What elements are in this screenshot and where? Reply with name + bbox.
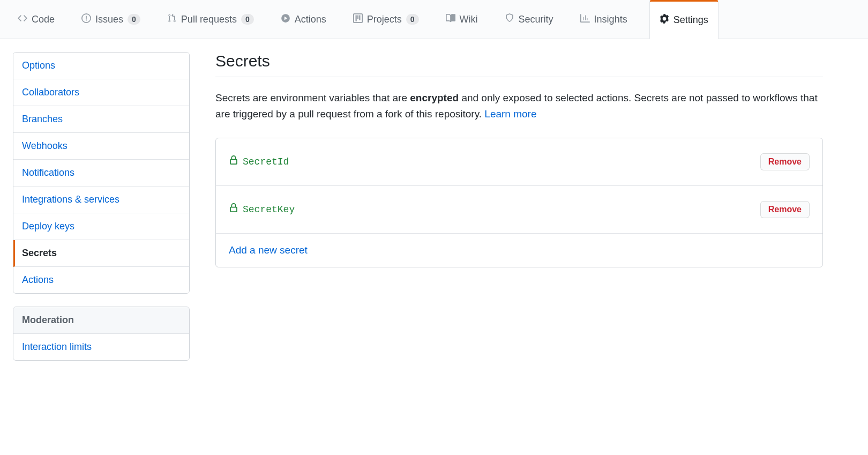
secret-row: SecretKey Remove xyxy=(216,186,822,234)
tab-insights[interactable]: Insights xyxy=(575,0,632,39)
tab-issues[interactable]: Issues0 xyxy=(77,0,145,39)
shield-icon xyxy=(505,13,514,26)
tab-code[interactable]: Code xyxy=(13,0,59,39)
count-badge: 0 xyxy=(406,14,419,25)
tab-wiki[interactable]: Wiki xyxy=(441,0,483,39)
sidebar-item-actions[interactable]: Actions xyxy=(13,267,189,293)
tab-projects[interactable]: Projects0 xyxy=(348,0,424,39)
sidebar-item-secrets[interactable]: Secrets xyxy=(13,240,189,267)
code-icon xyxy=(18,13,27,26)
pr-icon xyxy=(167,13,177,26)
sidebar-item-collaborators[interactable]: Collaborators xyxy=(13,79,189,106)
tab-security[interactable]: Security xyxy=(500,0,558,39)
secret-name: SecretKey xyxy=(229,203,295,215)
sidebar-item-options[interactable]: Options xyxy=(13,53,189,79)
sidebar-item-interaction-limits[interactable]: Interaction limits xyxy=(13,334,189,360)
sidebar-item-branches[interactable]: Branches xyxy=(13,106,189,133)
count-badge: 0 xyxy=(241,14,254,25)
sidebar-item-deploy-keys[interactable]: Deploy keys xyxy=(13,213,189,240)
remove-secret-button[interactable]: Remove xyxy=(760,153,810,170)
add-secret-row: Add a new secret xyxy=(216,234,822,267)
repo-nav: CodeIssues0Pull requests0ActionsProjects… xyxy=(0,0,868,39)
page-title: Secrets xyxy=(215,52,823,77)
add-secret-link[interactable]: Add a new secret xyxy=(229,244,308,256)
remove-secret-button[interactable]: Remove xyxy=(760,201,810,218)
lock-icon xyxy=(229,203,238,215)
gear-icon xyxy=(660,14,669,26)
tab-actions[interactable]: Actions xyxy=(276,0,331,39)
secrets-description: Secrets are environment variables that a… xyxy=(215,90,823,123)
wiki-icon xyxy=(446,13,455,26)
main-content: Secrets Secrets are environment variable… xyxy=(215,52,823,374)
learn-more-link[interactable]: Learn more xyxy=(484,108,536,120)
moderation-menu: ModerationInteraction limits xyxy=(13,307,190,361)
secrets-list: SecretId Remove SecretKey Remove Add a n… xyxy=(215,138,823,267)
sidebar-item-notifications[interactable]: Notifications xyxy=(13,160,189,187)
settings-sidebar: OptionsCollaboratorsBranchesWebhooksNoti… xyxy=(13,52,190,374)
graph-icon xyxy=(580,13,590,26)
count-badge: 0 xyxy=(128,14,140,25)
lock-icon xyxy=(229,155,238,168)
tab-pull-requests[interactable]: Pull requests0 xyxy=(162,0,259,39)
sidebar-item-integrations-services[interactable]: Integrations & services xyxy=(13,187,189,213)
tab-settings[interactable]: Settings xyxy=(649,0,719,39)
issue-icon xyxy=(81,13,91,26)
settings-menu: OptionsCollaboratorsBranchesWebhooksNoti… xyxy=(13,52,190,294)
play-icon xyxy=(281,13,290,26)
secret-name: SecretId xyxy=(229,155,289,168)
moderation-heading: Moderation xyxy=(13,307,189,334)
sidebar-item-webhooks[interactable]: Webhooks xyxy=(13,133,189,160)
secret-row: SecretId Remove xyxy=(216,138,822,186)
project-icon xyxy=(353,13,363,26)
